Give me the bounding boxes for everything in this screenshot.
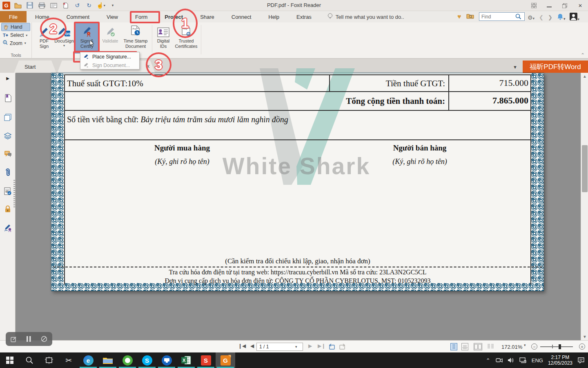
pause-icon[interactable] bbox=[27, 336, 31, 342]
avatar[interactable]: ▾ bbox=[570, 13, 579, 22]
bookmarks-panel-icon[interactable] bbox=[0, 94, 16, 102]
menu-protect[interactable]: Protect bbox=[156, 11, 192, 22]
tray-expand-icon[interactable]: ⌃ bbox=[486, 357, 490, 364]
menu-home[interactable]: Home bbox=[27, 11, 58, 22]
page-number-input[interactable] bbox=[257, 344, 294, 350]
zoom-slider[interactable] bbox=[540, 346, 573, 347]
settings-gear-icon[interactable]: ⚙▾ bbox=[528, 14, 535, 21]
attachments-panel-icon[interactable] bbox=[0, 168, 16, 177]
zoom-out-button[interactable]: − bbox=[531, 343, 537, 350]
hand-tool[interactable]: Hand bbox=[1, 23, 30, 31]
continuous-facing-view-icon[interactable] bbox=[487, 343, 495, 350]
menu-connect[interactable]: Connect bbox=[223, 11, 260, 22]
expand-panel-icon[interactable]: ▶ bbox=[0, 76, 16, 81]
prev-view-icon[interactable]: ❮ bbox=[539, 14, 543, 20]
folder-search-icon[interactable] bbox=[466, 13, 474, 20]
close-button[interactable]: ✕ bbox=[572, 0, 588, 11]
scroll-down-icon[interactable]: ▼ bbox=[581, 334, 588, 339]
task-view-icon[interactable] bbox=[39, 352, 59, 368]
time-stamp-button[interactable]: Aug Time StampDocument bbox=[122, 23, 149, 54]
menu-item-place-signature[interactable]: Place Signature... bbox=[80, 52, 139, 61]
tax-amount-label: Tiền thuế GTGT: bbox=[329, 79, 445, 89]
menu-comment[interactable]: Comment bbox=[58, 11, 98, 22]
panel-resize-grip[interactable] bbox=[13, 180, 15, 209]
layers-panel-icon[interactable] bbox=[0, 132, 16, 139]
sign-certify-panel-icon[interactable] bbox=[0, 223, 16, 232]
digital-ids-label-2: IDs bbox=[160, 44, 167, 49]
tab-close-icon[interactable]: x bbox=[147, 63, 149, 69]
facing-view-icon[interactable] bbox=[474, 343, 482, 350]
comments-panel-icon[interactable] bbox=[0, 150, 16, 157]
digital-ids-icon bbox=[157, 23, 169, 37]
find-box[interactable] bbox=[479, 12, 525, 21]
trusted-certificates-label-1: Trusted bbox=[179, 38, 194, 43]
menu-share[interactable]: Share bbox=[192, 11, 223, 22]
skype-icon[interactable]: S bbox=[137, 352, 157, 368]
stop-record-icon[interactable] bbox=[41, 336, 47, 342]
previous-page-button[interactable]: ◀ bbox=[250, 343, 254, 349]
trusted-certificates-button[interactable]: Aug⚙ TrustedCertificates bbox=[174, 23, 198, 54]
search-icon[interactable] bbox=[515, 13, 521, 20]
zoom-in-button[interactable]: + bbox=[579, 343, 585, 350]
layout-grid-icon[interactable] bbox=[526, 0, 541, 11]
tab-start[interactable]: Start bbox=[14, 61, 56, 73]
volume-icon[interactable] bbox=[508, 357, 514, 363]
restore-button[interactable] bbox=[557, 0, 572, 11]
sign-document-icon bbox=[84, 63, 89, 68]
start-button[interactable] bbox=[0, 352, 20, 368]
heart-icon[interactable]: ♥ bbox=[457, 13, 461, 20]
coccoc-browser-icon[interactable] bbox=[118, 352, 137, 368]
file-explorer-icon[interactable] bbox=[98, 352, 118, 368]
vertical-scrollbar[interactable]: ▲ ▼ bbox=[581, 73, 588, 340]
pdf-to-word-button[interactable]: 福昕PDF转Word bbox=[523, 61, 588, 73]
remote-desktop-app-icon[interactable] bbox=[157, 352, 176, 368]
menu-form[interactable]: Form bbox=[127, 11, 156, 22]
page-number-box[interactable]: ▾ bbox=[256, 343, 303, 351]
edit-icon[interactable] bbox=[11, 336, 17, 342]
menu-file[interactable]: File bbox=[0, 11, 27, 22]
next-view-icon[interactable]: ❯ bbox=[548, 14, 552, 20]
last-page-button[interactable]: ▶❙ bbox=[318, 343, 325, 349]
digital-ids-button[interactable]: DigitalIDs bbox=[154, 23, 172, 54]
minimize-button[interactable] bbox=[541, 0, 557, 11]
svg-text:Aug: Aug bbox=[183, 27, 187, 30]
next-view-icon[interactable] bbox=[339, 343, 346, 350]
zoom-dropdown-icon[interactable]: ▾ bbox=[524, 343, 526, 347]
continuous-view-icon[interactable] bbox=[461, 343, 468, 350]
snipping-tool-icon[interactable]: ✂ bbox=[59, 352, 78, 368]
edge-browser-icon[interactable]: e bbox=[78, 352, 98, 368]
tell-me-box[interactable]: Tell me what you want to do.. bbox=[327, 11, 404, 22]
meet-now-icon[interactable] bbox=[495, 357, 503, 364]
scrollbar-thumb[interactable] bbox=[582, 145, 588, 192]
sign-certify-button[interactable]: Sign &Certify bbox=[75, 23, 99, 54]
docusign-button[interactable]: DS DocuSign ▾ bbox=[54, 23, 74, 54]
language-indicator[interactable]: ENG bbox=[532, 357, 543, 364]
menu-extras[interactable]: Extras bbox=[288, 11, 320, 22]
amount-words-label: Số tiền viết bằng chữ: bbox=[67, 115, 138, 124]
single-page-view-icon[interactable] bbox=[450, 343, 457, 350]
zoom-tool[interactable]: Zoom ▾ bbox=[1, 39, 30, 47]
scroll-up-icon[interactable]: ▲ bbox=[581, 74, 588, 79]
bell-icon[interactable]: ▾ bbox=[557, 13, 566, 22]
next-page-button[interactable]: ▶ bbox=[308, 343, 312, 349]
network-icon[interactable] bbox=[519, 357, 527, 363]
clock[interactable]: 2:17 PM 12/05/2023 bbox=[548, 355, 572, 366]
find-input[interactable] bbox=[479, 14, 515, 20]
foxit-reader-taskbar-icon[interactable]: G bbox=[216, 352, 235, 368]
notification-center-icon[interactable] bbox=[577, 357, 585, 364]
excel-icon[interactable]: X bbox=[176, 352, 196, 368]
amount-in-words: Số tiền viết bằng chữ: Bảy triệu tám tră… bbox=[67, 115, 288, 124]
menu-view[interactable]: View bbox=[98, 11, 127, 22]
collapse-ribbon-icon[interactable]: ⌃ bbox=[581, 52, 585, 58]
select-tool[interactable]: T⌖ Select ▾ bbox=[1, 31, 30, 39]
zoom-slider-thumb[interactable] bbox=[559, 344, 561, 349]
red-s-app-icon[interactable]: S bbox=[196, 352, 216, 368]
first-page-button[interactable]: ❙◀ bbox=[238, 343, 246, 349]
previous-view-icon[interactable] bbox=[328, 343, 335, 350]
taskbar-search-icon[interactable] bbox=[20, 352, 39, 368]
menu-help[interactable]: Help bbox=[260, 11, 288, 22]
pages-panel-icon[interactable] bbox=[0, 114, 16, 121]
screen-recorder-toolbar[interactable] bbox=[6, 332, 52, 346]
tab-list-dropdown-icon[interactable]: ▼ bbox=[513, 65, 517, 70]
pdf-sign-button[interactable]: PDF Sign bbox=[35, 23, 53, 54]
